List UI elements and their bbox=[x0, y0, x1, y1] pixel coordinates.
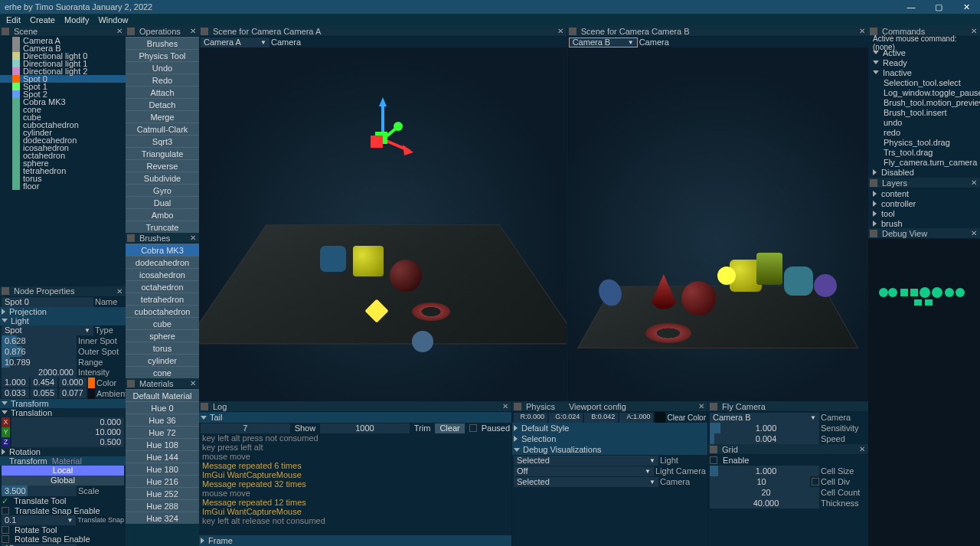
physics-combo[interactable]: Selected▼ bbox=[514, 456, 658, 466]
command-item[interactable]: Brush_tool.insert bbox=[868, 107, 980, 117]
light-type-combo[interactable]: Spot▼ bbox=[2, 325, 93, 335]
inner-spot-slider[interactable]: 0.628 bbox=[2, 335, 77, 346]
ambient-b[interactable]: 0.077 bbox=[59, 388, 87, 398]
close-icon[interactable]: ✕ bbox=[969, 229, 978, 237]
camera-b-combo[interactable]: Camera B▼ bbox=[569, 38, 638, 47]
close-icon[interactable]: ✕ bbox=[697, 402, 706, 410]
layer-item[interactable]: controller bbox=[868, 198, 980, 208]
scene-b-header[interactable]: Scene for Camera Camera B✕ bbox=[567, 26, 868, 37]
translate-y[interactable]: 10.000 bbox=[11, 427, 124, 437]
operations-header[interactable]: Operations✕ bbox=[126, 26, 199, 37]
command-item[interactable]: Log_window.toggle_pause bbox=[868, 87, 980, 97]
color-swatch[interactable] bbox=[88, 378, 95, 388]
close-icon[interactable]: ✕ bbox=[188, 379, 198, 387]
translate-z[interactable]: 0.500 bbox=[11, 437, 124, 447]
rotate-snap-combo[interactable]: 15▼ bbox=[2, 544, 77, 547]
close-icon[interactable]: ✕ bbox=[115, 287, 124, 296]
scene-item[interactable]: floor bbox=[0, 182, 126, 190]
scene-item[interactable]: torus bbox=[0, 175, 126, 182]
cell-size-slider[interactable]: 1.000 bbox=[710, 466, 819, 476]
rotate-tool-check[interactable]: Rotate Tool bbox=[0, 525, 126, 535]
debug-viz-section[interactable]: Debug Visualizations bbox=[512, 444, 707, 455]
translate-snap-enable-check[interactable]: Translate Snap Enable bbox=[0, 506, 126, 515]
brush-button[interactable]: torus bbox=[126, 342, 199, 354]
thickness-slider[interactable]: 40.000 bbox=[710, 498, 819, 508]
ambient-g[interactable]: 0.055 bbox=[31, 388, 58, 398]
close-icon[interactable]: ✕ bbox=[115, 27, 124, 35]
close-icon[interactable]: ✕ bbox=[188, 27, 198, 35]
tail-section[interactable]: Tail bbox=[199, 412, 511, 423]
layer-item[interactable]: content bbox=[868, 188, 980, 198]
color-g[interactable]: 0.454 bbox=[31, 378, 58, 387]
brush-button[interactable]: tetrahedron bbox=[126, 293, 199, 305]
ambient-r[interactable]: 0.033 bbox=[2, 388, 29, 398]
clear-button[interactable]: Clear bbox=[435, 423, 464, 433]
menu-create[interactable]: Create bbox=[27, 15, 58, 25]
cell-div-check[interactable] bbox=[812, 478, 819, 486]
cell-count-slider[interactable]: 20 bbox=[710, 487, 819, 498]
brush-button[interactable]: octahedron bbox=[126, 280, 199, 293]
operation-button[interactable]: Sqrt3 bbox=[126, 135, 199, 147]
physics-header[interactable]: PhysicsViewport config✕ bbox=[512, 401, 707, 412]
operation-button[interactable]: Catmull-Clark bbox=[126, 123, 199, 135]
operation-button[interactable]: Physics Tool bbox=[126, 49, 199, 61]
scene-item[interactable]: Spot 1 bbox=[0, 83, 126, 90]
name-field[interactable]: Spot 0 bbox=[2, 297, 93, 307]
operation-button[interactable]: Triangulate bbox=[126, 147, 199, 159]
clear-r[interactable]: R:0.000 bbox=[514, 413, 547, 423]
clear-color-swatch[interactable] bbox=[655, 412, 665, 423]
physics-combo[interactable]: Off▼ bbox=[514, 466, 654, 476]
menu-edit[interactable]: Edit bbox=[3, 15, 24, 25]
ambient-swatch[interactable] bbox=[88, 388, 95, 399]
scene-item[interactable]: octahedron bbox=[0, 152, 126, 159]
viewport-a-render[interactable] bbox=[199, 47, 567, 401]
scene-item[interactable]: cuboctahedron bbox=[0, 121, 126, 129]
operation-button[interactable]: Dual bbox=[126, 196, 199, 208]
scene-item[interactable]: cone bbox=[0, 106, 126, 113]
scene-item[interactable]: Spot 0 bbox=[0, 75, 126, 83]
brush-button[interactable]: sphere bbox=[126, 329, 199, 342]
operation-button[interactable]: Merge bbox=[126, 110, 199, 123]
command-item[interactable]: Trs_tool.drag bbox=[868, 147, 980, 157]
frame-section[interactable]: Frame bbox=[199, 535, 511, 546]
translation-expand[interactable]: Translation bbox=[0, 408, 126, 417]
operation-button[interactable]: Brushes bbox=[126, 37, 199, 49]
log-count[interactable]: 7 bbox=[201, 423, 290, 433]
material-button[interactable]: Hue 216 bbox=[126, 475, 199, 487]
cmd-ready[interactable]: Ready bbox=[868, 57, 980, 67]
local-button[interactable]: Local bbox=[2, 466, 124, 476]
translate-tool-check[interactable]: ✓ Translate Tool bbox=[0, 496, 126, 506]
grid-header[interactable]: Grid✕ bbox=[708, 444, 868, 455]
scale-slider[interactable]: 3.500 bbox=[2, 486, 77, 496]
close-icon[interactable]: ✕ bbox=[969, 178, 978, 187]
fly-camera-combo[interactable]: Camera B▼ bbox=[710, 413, 819, 423]
material-button[interactable]: Hue 36 bbox=[126, 414, 199, 426]
brush-button[interactable]: icosahedron bbox=[126, 268, 199, 280]
operation-button[interactable]: Subdivide bbox=[126, 172, 199, 184]
brush-button[interactable]: cuboctahedron bbox=[126, 305, 199, 317]
menu-window[interactable]: Window bbox=[95, 15, 131, 25]
material-button[interactable]: Hue 0 bbox=[126, 401, 199, 414]
material-button[interactable]: Hue 108 bbox=[126, 438, 199, 450]
operation-button[interactable]: Ambo bbox=[126, 208, 199, 221]
tab-viewport-config[interactable]: Viewport config bbox=[569, 402, 626, 411]
command-item[interactable]: Brush_tool.motion_preview bbox=[868, 97, 980, 107]
operation-button[interactable]: Reverse bbox=[126, 159, 199, 172]
outer-spot-slider[interactable]: 0.876 bbox=[2, 346, 77, 357]
materials-header[interactable]: Materials✕ bbox=[126, 378, 199, 389]
command-item[interactable]: redo bbox=[868, 127, 980, 137]
close-icon[interactable]: ✕ bbox=[188, 234, 198, 242]
gizmo-icon[interactable] bbox=[352, 97, 413, 166]
material-button[interactable]: Hue 144 bbox=[126, 450, 199, 463]
transform-section[interactable]: Transform bbox=[0, 399, 126, 408]
rotate-snap-enable-check[interactable]: Rotate Snap Enable bbox=[0, 535, 126, 544]
grid-enable-check[interactable]: Enable bbox=[708, 455, 868, 466]
brush-button[interactable]: cone bbox=[126, 366, 199, 378]
material-button[interactable]: Hue 252 bbox=[126, 487, 199, 499]
close-icon[interactable]: ✕ bbox=[501, 402, 510, 410]
node-properties-header[interactable]: Node Properties ✕ bbox=[0, 286, 126, 297]
operation-button[interactable]: Gyro bbox=[126, 184, 199, 196]
material-button[interactable]: Hue 72 bbox=[126, 426, 199, 438]
scene-item[interactable]: tetrahedron bbox=[0, 167, 126, 175]
clear-b[interactable]: B:0.042 bbox=[584, 413, 618, 423]
